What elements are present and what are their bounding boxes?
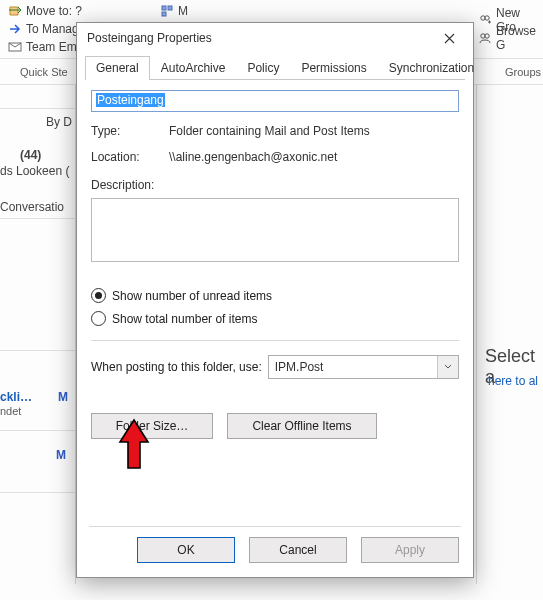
posting-combo-value: IPM.Post [269, 360, 437, 374]
ribbon-team-email[interactable]: Team Ema [8, 40, 83, 54]
forward-icon [8, 22, 22, 36]
tab-strip: General AutoArchive Policy Permissions S… [85, 55, 465, 80]
mail-item-1-title[interactable]: ckli… [0, 390, 32, 404]
ribbon-move-stub-label: M [178, 4, 188, 18]
svg-rect-1 [162, 6, 166, 10]
people-icon [478, 31, 492, 45]
folder-name-value: Posteingang [96, 93, 165, 107]
folder-size-button[interactable]: Folder Size… [91, 413, 213, 439]
conversations-stub: Conversatio [0, 200, 64, 214]
radio-show-total-label: Show total number of items [112, 312, 257, 326]
description-label: Description: [91, 178, 169, 192]
radio-icon-checked [91, 288, 106, 303]
radio-icon-unchecked [91, 311, 106, 326]
apply-button: Apply [361, 537, 459, 563]
radio-show-total[interactable]: Show total number of items [91, 311, 459, 326]
ok-button[interactable]: OK [137, 537, 235, 563]
reading-pane-hint-link[interactable]: here to al [488, 374, 538, 388]
description-input[interactable] [91, 198, 459, 262]
ribbon-move-to[interactable]: Move to: ? [8, 4, 82, 18]
ribbon-move-stub[interactable]: M [160, 4, 188, 18]
close-button[interactable] [433, 24, 465, 52]
posting-label: When posting to this folder, use: [91, 360, 262, 374]
move-icon [8, 4, 22, 18]
ribbon-browse-groups[interactable]: Browse G [478, 24, 543, 52]
tab-policy[interactable]: Policy [236, 56, 290, 80]
ribbon-team-email-label: Team Ema [26, 40, 83, 54]
location-value: \\aline.gengenbach@axonic.net [169, 150, 459, 164]
svg-rect-3 [162, 12, 166, 16]
type-value: Folder containing Mail and Post Items [169, 124, 459, 138]
posting-combo-dropdown[interactable] [437, 356, 458, 378]
email-icon [8, 40, 22, 54]
ribbon-section-quicksteps: Quick Ste [20, 66, 68, 78]
tab-permissions[interactable]: Permissions [290, 56, 377, 80]
tab-autoarchive[interactable]: AutoArchive [150, 56, 237, 80]
close-icon [444, 33, 455, 44]
clear-offline-button[interactable]: Clear Offline Items [227, 413, 377, 439]
folder-name-input[interactable]: Posteingang [91, 90, 459, 112]
dialog-title: Posteingang Properties [87, 31, 212, 45]
radio-show-unread[interactable]: Show number of unread items [91, 288, 459, 303]
location-label: Location: [91, 150, 169, 164]
mail-item-1-subtitle: ndet [0, 405, 21, 417]
folder-count: (44) [20, 148, 41, 162]
radio-show-unread-label: Show number of unread items [112, 289, 272, 303]
ribbon-to-manager[interactable]: To Manage [8, 22, 85, 36]
tab-synchronization[interactable]: Synchronization [378, 56, 485, 80]
sort-by-date[interactable]: By D [46, 115, 72, 129]
chevron-down-icon [444, 364, 452, 370]
ribbon-move-to-label: Move to: ? [26, 4, 82, 18]
move-menu-icon [160, 4, 174, 18]
svg-rect-2 [168, 6, 172, 10]
type-label: Type: [91, 124, 169, 138]
tab-general[interactable]: General [85, 56, 150, 80]
ribbon-browse-groups-label: Browse G [496, 24, 543, 52]
properties-dialog: Posteingang Properties General AutoArchi… [76, 22, 474, 578]
posting-combo[interactable]: IPM.Post [268, 355, 459, 379]
cancel-button[interactable]: Cancel [249, 537, 347, 563]
mail-item-1-m: M [58, 390, 68, 404]
ribbon-section-groups: Groups [505, 66, 541, 78]
mail-item-2-m: M [56, 448, 66, 462]
mail-lookeen-stub: ds Lookeen ( [0, 164, 69, 178]
